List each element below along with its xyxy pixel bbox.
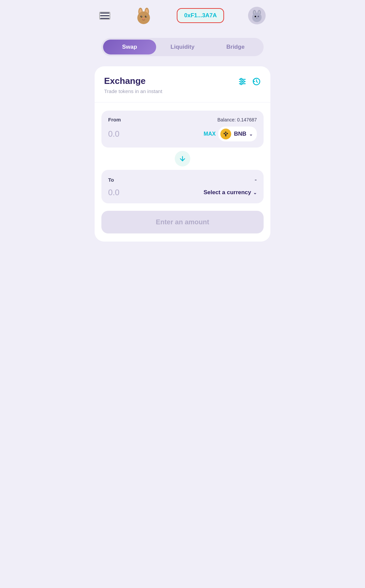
history-button[interactable] (252, 77, 261, 88)
svg-marker-25 (225, 132, 227, 133)
currency-selector-button[interactable]: Select a currency ⌄ (203, 189, 257, 196)
app-logo (134, 6, 153, 25)
bnb-token-selector[interactable]: BNB ⌄ (218, 127, 257, 141)
tab-liquidity[interactable]: Liquidity (156, 40, 209, 54)
currency-selector-text: Select a currency (203, 189, 251, 196)
enter-amount-button[interactable]: Enter an amount (101, 211, 264, 233)
nav-tabs: Swap Liquidity Bridge (101, 38, 264, 56)
svg-marker-26 (223, 133, 225, 134)
svg-point-7 (141, 16, 142, 17)
card-body: From Balance: 0.147687 MAX (95, 103, 270, 242)
to-dash: - (254, 176, 257, 184)
from-token-box: From Balance: 0.147687 MAX (101, 111, 264, 148)
svg-point-8 (146, 16, 146, 17)
hamburger-menu-button[interactable] (99, 12, 110, 20)
svg-marker-27 (226, 133, 228, 134)
exchange-title: Exchange (104, 76, 162, 86)
to-label: To (108, 177, 114, 183)
avatar-icon (250, 8, 264, 23)
svg-point-6 (145, 16, 147, 18)
wallet-address-button[interactable]: 0xF1...3A7A (177, 8, 224, 23)
svg-point-17 (256, 18, 258, 19)
svg-point-21 (240, 78, 242, 80)
svg-point-16 (258, 16, 259, 17)
swap-arrow-wrapper (101, 151, 264, 166)
card-header: Exchange Trade tokens in an instant (95, 66, 270, 103)
bnb-icon (220, 129, 231, 139)
tab-swap[interactable]: Swap (103, 40, 156, 54)
to-amount-input[interactable] (108, 188, 142, 197)
header: 0xF1...3A7A (91, 0, 274, 31)
settings-button[interactable] (238, 77, 247, 88)
avatar[interactable] (248, 7, 266, 24)
svg-point-15 (254, 16, 256, 17)
svg-point-22 (243, 81, 244, 82)
tab-bridge[interactable]: Bridge (209, 40, 262, 54)
svg-point-9 (143, 18, 145, 19)
arrow-down-icon (179, 155, 186, 162)
settings-icon (238, 77, 247, 86)
history-icon (252, 77, 261, 86)
svg-point-4 (137, 12, 150, 24)
from-amount-input[interactable] (108, 129, 142, 139)
swap-direction-button[interactable] (175, 151, 190, 166)
from-label: From (108, 117, 121, 122)
exchange-subtitle: Trade tokens in an instant (104, 88, 162, 94)
svg-point-5 (140, 16, 142, 18)
to-token-box: To - Select a currency ⌄ (101, 170, 264, 203)
to-currency-chevron: ⌄ (253, 190, 257, 195)
from-token-chevron: ⌄ (249, 132, 253, 137)
max-button[interactable]: MAX (204, 131, 216, 137)
svg-point-14 (252, 13, 262, 22)
svg-marker-29 (225, 134, 227, 135)
from-token-name: BNB (234, 131, 246, 137)
svg-point-23 (240, 83, 242, 85)
from-balance: Balance: 0.147687 (217, 117, 257, 122)
exchange-card: Exchange Trade tokens in an instant (95, 66, 270, 242)
